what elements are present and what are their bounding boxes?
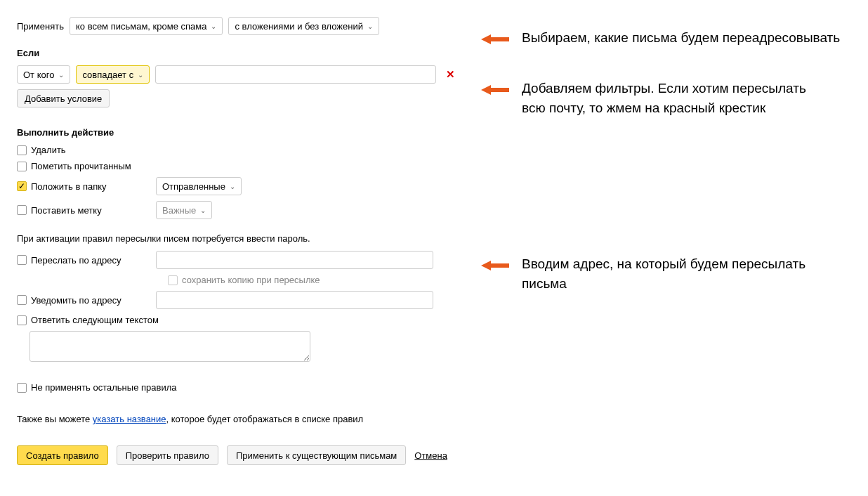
label-value: Важные	[162, 205, 196, 216]
actions-title: Выполнить действие	[17, 127, 851, 138]
forward-label: Переслать по адресу	[31, 255, 121, 266]
chevron-down-icon: ⌄	[138, 71, 143, 79]
remove-condition-icon[interactable]: ✕	[442, 68, 459, 81]
put-folder-label: Положить в папку	[31, 181, 107, 192]
chevron-down-icon: ⌄	[367, 22, 373, 30]
mark-read-checkbox[interactable]	[17, 162, 27, 171]
keep-copy-label: сохранить копию при пересылке	[182, 275, 320, 285]
delete-label: Удалить	[31, 145, 66, 155]
cond-field-value: От кого	[23, 70, 54, 80]
annotation-forward: Вводим адрес, на который будем пересылат…	[522, 254, 817, 293]
also-suffix: , которое будет отображаться в списке пр…	[166, 414, 364, 424]
test-rule-button[interactable]: Проверить правило	[117, 445, 218, 465]
apply-label: Применять	[17, 21, 64, 32]
forward-checkbox[interactable]	[17, 255, 27, 265]
chevron-down-icon: ⌄	[211, 22, 216, 30]
apply-attach-select[interactable]: с вложениями и без вложений ⌄	[228, 17, 379, 35]
cond-value-input[interactable]	[155, 65, 436, 84]
arrow-left-icon	[481, 34, 509, 44]
annotation-filter: Добавляем фильтры. Если хотим пересылать…	[522, 79, 817, 117]
also-prefix: Также вы можете	[17, 414, 93, 424]
folder-value: Отправленные	[162, 181, 225, 192]
apply-attach-value: с вложениями и без вложений	[235, 21, 363, 32]
folder-select[interactable]: Отправленные ⌄	[156, 177, 242, 195]
set-name-link[interactable]: указать название	[93, 414, 166, 424]
chevron-down-icon: ⌄	[58, 71, 64, 79]
cond-match-select[interactable]: совпадает с ⌄	[76, 65, 150, 84]
annotation-apply: Выбираем, какие письма будем переадресов…	[522, 28, 840, 48]
notify-address-input[interactable]	[156, 291, 433, 309]
skip-other-label: Не применять остальные правила	[31, 382, 176, 393]
cond-field-select[interactable]: От кого ⌄	[17, 65, 70, 84]
forward-hint: При активации правил пересылки писем пот…	[17, 233, 851, 244]
cancel-link[interactable]: Отмена	[414, 450, 447, 461]
apply-scope-select[interactable]: ко всем письмам, кроме спама ⌄	[70, 17, 223, 35]
mark-read-label: Пометить прочитанным	[31, 161, 131, 171]
chevron-down-icon: ⌄	[230, 183, 235, 190]
arrow-left-icon	[481, 261, 509, 270]
set-label-checkbox[interactable]	[17, 205, 27, 215]
keep-copy-checkbox[interactable]	[168, 275, 178, 285]
also-text: Также вы можете указать название, которо…	[17, 414, 851, 424]
add-condition-button[interactable]: Добавить условие	[17, 89, 110, 107]
forward-address-input[interactable]	[156, 251, 433, 269]
notify-checkbox[interactable]	[17, 295, 27, 305]
set-label-label: Поставить метку	[31, 205, 102, 216]
chevron-down-icon: ⌄	[200, 207, 206, 214]
put-folder-checkbox[interactable]	[17, 181, 27, 191]
apply-scope-value: ко всем письмам, кроме спама	[76, 21, 206, 32]
skip-other-checkbox[interactable]	[17, 383, 27, 393]
reply-checkbox[interactable]	[17, 315, 27, 325]
delete-checkbox[interactable]	[17, 145, 27, 155]
apply-existing-button[interactable]: Применить к существующим письмам	[227, 445, 406, 465]
label-select[interactable]: Важные ⌄	[156, 201, 212, 219]
arrow-left-icon	[481, 85, 509, 95]
notify-label: Уведомить по адресу	[31, 295, 121, 306]
cond-match-value: совпадает с	[82, 70, 133, 80]
reply-label: Ответить следующим текстом	[31, 315, 159, 325]
reply-textarea[interactable]	[29, 331, 310, 362]
conditions-title: Если	[17, 48, 851, 58]
create-rule-button[interactable]: Создать правило	[17, 445, 108, 465]
